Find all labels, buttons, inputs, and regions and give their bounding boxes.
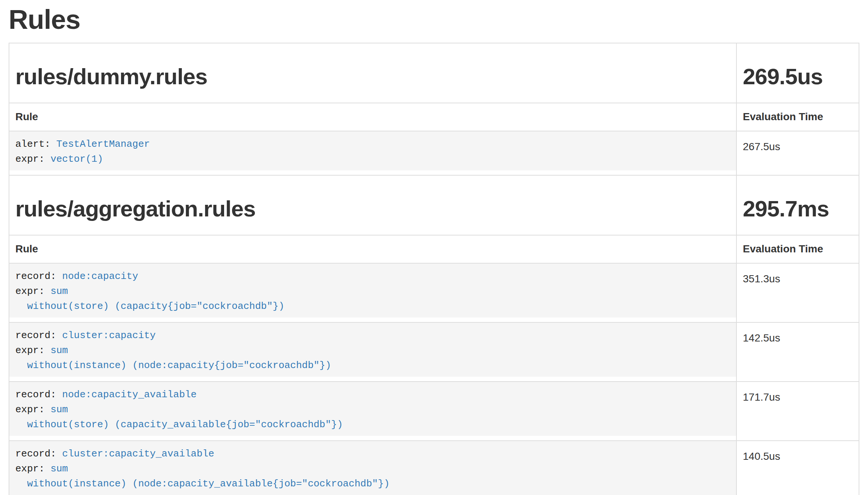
rule-keyword: record: bbox=[15, 271, 62, 282]
rule-indent bbox=[15, 360, 27, 371]
rule-evaluation-time: 267.5us bbox=[736, 131, 859, 175]
rule-link[interactable]: sum bbox=[51, 286, 68, 297]
rule-definition: record: node:capacity expr: sum without(… bbox=[9, 264, 736, 318]
rule-keyword: expr: bbox=[15, 404, 51, 415]
rule-link[interactable]: sum bbox=[51, 345, 68, 356]
rule-column-header: Rule bbox=[9, 103, 736, 131]
rule-indent bbox=[15, 419, 27, 430]
rule-link[interactable]: without(instance) (node:capacity{job="co… bbox=[27, 360, 331, 371]
rule-definition: record: node:capacity_available expr: su… bbox=[9, 382, 736, 436]
rule-indent bbox=[15, 478, 27, 489]
rule-cell: alert: TestAlertManager expr: vector(1) bbox=[9, 131, 736, 175]
rule-cell: record: node:capacity expr: sum without(… bbox=[9, 263, 736, 322]
rule-evaluation-time: 142.5us bbox=[736, 322, 859, 382]
rule-keyword: record: bbox=[15, 330, 62, 341]
rule-group-name: rules/dummy.rules bbox=[15, 64, 730, 89]
rule-keyword: expr: bbox=[15, 286, 51, 297]
rule-keyword: alert: bbox=[15, 139, 56, 150]
rule-group-name: rules/aggregation.rules bbox=[15, 197, 730, 221]
evaluation-time-column-header: Evaluation Time bbox=[736, 235, 859, 263]
rule-group-header-row: rules/aggregation.rules295.7ms bbox=[9, 175, 859, 235]
rule-evaluation-time: 140.5us bbox=[736, 441, 859, 495]
rule-cell: record: cluster:capacity_available expr:… bbox=[9, 441, 736, 495]
rule-indent bbox=[15, 301, 27, 312]
rule-row: record: node:capacity_available expr: su… bbox=[9, 382, 859, 441]
rule-link[interactable]: sum bbox=[51, 404, 68, 415]
rule-group-evaluation-time-cell: 269.5us bbox=[736, 43, 859, 103]
rule-link[interactable]: without(store) (capacity_available{job="… bbox=[27, 419, 343, 430]
rule-link[interactable]: without(store) (capacity{job="cockroachd… bbox=[27, 301, 284, 312]
rule-keyword: record: bbox=[15, 448, 62, 459]
rule-group-evaluation-time: 295.7ms bbox=[743, 197, 853, 221]
rule-evaluation-time: 351.3us bbox=[736, 263, 859, 322]
rule-group-evaluation-time: 269.5us bbox=[743, 64, 853, 89]
rule-row: record: cluster:capacity expr: sum witho… bbox=[9, 322, 859, 382]
rule-cell: record: node:capacity_available expr: su… bbox=[9, 382, 736, 441]
rule-keyword: expr: bbox=[15, 463, 51, 474]
rules-table: rules/dummy.rules269.5usRuleEvaluation T… bbox=[9, 43, 859, 495]
rule-group-name-cell: rules/aggregation.rules bbox=[9, 175, 736, 235]
column-header-row: RuleEvaluation Time bbox=[9, 235, 859, 263]
rule-group-name-cell: rules/dummy.rules bbox=[9, 43, 736, 103]
evaluation-time-column-header: Evaluation Time bbox=[736, 103, 859, 131]
rule-group-header-row: rules/dummy.rules269.5us bbox=[9, 43, 859, 103]
page-title: Rules bbox=[9, 5, 859, 34]
rule-link[interactable]: cluster:capacity bbox=[62, 330, 156, 341]
rule-keyword: record: bbox=[15, 389, 62, 400]
rule-group-evaluation-time-cell: 295.7ms bbox=[736, 175, 859, 235]
rule-keyword: expr: bbox=[15, 345, 51, 356]
rule-link[interactable]: TestAlertManager bbox=[56, 139, 150, 150]
rule-evaluation-time: 171.7us bbox=[736, 382, 859, 441]
rule-link[interactable]: node:capacity bbox=[62, 271, 138, 282]
rule-link[interactable]: vector(1) bbox=[51, 154, 103, 165]
rule-definition: record: cluster:capacity expr: sum witho… bbox=[9, 323, 736, 377]
rule-link[interactable]: without(instance) (node:capacity_availab… bbox=[27, 478, 389, 489]
rule-link[interactable]: node:capacity_available bbox=[62, 389, 197, 400]
rule-definition: record: cluster:capacity_available expr:… bbox=[9, 441, 736, 495]
rule-cell: record: cluster:capacity expr: sum witho… bbox=[9, 322, 736, 382]
rule-keyword: expr: bbox=[15, 154, 51, 165]
rule-column-header: Rule bbox=[9, 235, 736, 263]
rule-definition: alert: TestAlertManager expr: vector(1) bbox=[9, 131, 736, 170]
rule-link[interactable]: sum bbox=[51, 463, 68, 474]
rule-link[interactable]: cluster:capacity_available bbox=[62, 448, 214, 459]
rule-row: record: cluster:capacity_available expr:… bbox=[9, 441, 859, 495]
column-header-row: RuleEvaluation Time bbox=[9, 103, 859, 131]
rule-row: alert: TestAlertManager expr: vector(1)2… bbox=[9, 131, 859, 175]
rule-row: record: node:capacity expr: sum without(… bbox=[9, 263, 859, 322]
rules-page: Rules rules/dummy.rules269.5usRuleEvalua… bbox=[9, 5, 859, 495]
